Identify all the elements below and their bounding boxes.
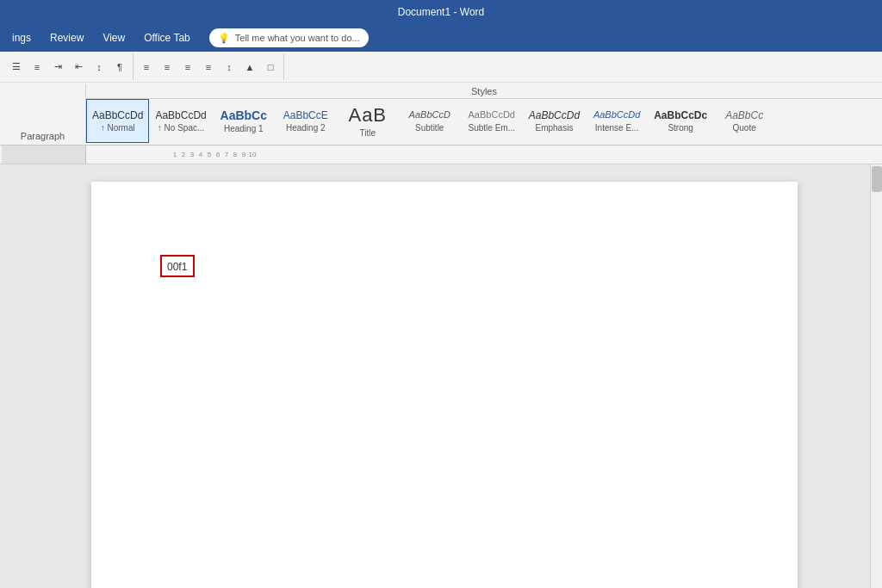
menu-bar: ings Review View Office Tab 💡 Tell me wh…	[0, 24, 882, 52]
tell-me-box[interactable]: 💡 Tell me what you want to do...	[209, 28, 369, 47]
style-strong-preview: AaBbCcDc	[654, 109, 707, 121]
style-normal[interactable]: AaBbCcDd ↑ Normal	[86, 99, 149, 143]
cursor-text: 00f1	[167, 261, 187, 273]
menu-item-review[interactable]: Review	[41, 28, 92, 47]
outdent-btn[interactable]: ⇤	[69, 58, 88, 77]
numbered-list-btn[interactable]: ≡	[28, 58, 47, 77]
bullet-list-btn[interactable]: ☰	[7, 58, 26, 77]
style-strong-name: Strong	[668, 123, 693, 133]
vertical-scrollbar[interactable]	[870, 164, 882, 588]
document-area: 00f1	[0, 164, 882, 588]
style-intense-e-preview: AaBbCcDd	[593, 109, 640, 121]
style-quote[interactable]: AaBbCc Quote	[713, 99, 775, 143]
styles-list: AaBbCcDd ↑ Normal AaBbCcDd ↑ No Spac... …	[86, 99, 882, 143]
style-subtle-em-name: Subtle Em...	[469, 123, 515, 133]
styles-label: Styles	[86, 84, 882, 99]
lightbulb-icon: 💡	[218, 33, 230, 44]
style-no-space-name: ↑ No Spac...	[158, 123, 204, 133]
style-strong[interactable]: AaBbCcDc Strong	[648, 99, 713, 143]
title-bar: Document1 - Word	[0, 0, 882, 24]
align-justify-btn[interactable]: ≡	[199, 58, 218, 77]
style-quote-name: Quote	[733, 123, 756, 133]
style-title[interactable]: AaB Title	[337, 99, 399, 143]
toolbar-group-align: ≡ ≡ ≡ ≡ ↕ ▲ □	[134, 53, 284, 80]
style-normal-preview: AaBbCcDd	[92, 109, 143, 121]
style-subtle-em-preview: AaBbCcDd	[469, 109, 515, 121]
style-subtle-em[interactable]: AaBbCcDd Subtle Em...	[461, 99, 523, 143]
style-intense-e[interactable]: AaBbCcDd Intense E...	[586, 99, 648, 143]
toolbar-row: ☰ ≡ ⇥ ⇤ ↕ ¶ ≡ ≡ ≡ ≡ ↕ ▲ □	[0, 52, 882, 83]
style-subtitle-name: Subtitle	[415, 123, 444, 133]
style-h2-name: Heading 2	[286, 123, 326, 133]
sort-btn[interactable]: ↕	[90, 58, 109, 77]
ruler-inner: 1 2 3 4 5 6 7 8 9 10	[171, 151, 257, 158]
shading-btn[interactable]: ▲	[240, 58, 259, 77]
page[interactable]: 00f1	[91, 182, 798, 588]
styles-row: Paragraph Styles AaBbCcDd ↑ Normal AaBbC…	[0, 83, 882, 145]
style-normal-name: ↑ Normal	[101, 123, 135, 133]
style-heading1[interactable]: AaBbCc Heading 1	[213, 99, 275, 143]
paragraph-section: Paragraph	[0, 84, 86, 143]
line-spacing-btn[interactable]: ↕	[220, 58, 239, 77]
style-emphasis-preview: AaBbCcDd	[529, 109, 580, 121]
style-h2-preview: AaBbCcE	[283, 109, 328, 121]
paragraph-label: Paragraph	[21, 131, 65, 141]
style-h1-preview: AaBbCc	[220, 108, 267, 123]
menu-item-ings[interactable]: ings	[3, 28, 40, 47]
tell-me-text: Tell me what you want to do...	[235, 33, 360, 43]
menu-item-view[interactable]: View	[94, 28, 134, 47]
ribbon: ☰ ≡ ⇥ ⇤ ↕ ¶ ≡ ≡ ≡ ≡ ↕ ▲ □ Paragraph Styl…	[0, 52, 882, 145]
style-title-name: Title	[359, 128, 376, 138]
toolbar-group-paragraph: ☰ ≡ ⇥ ⇤ ↕ ¶	[3, 53, 134, 80]
style-title-preview: AaB	[348, 104, 387, 127]
borders-btn[interactable]: □	[261, 58, 280, 77]
style-h1-name: Heading 1	[224, 124, 264, 133]
align-center-btn[interactable]: ≡	[158, 58, 177, 77]
style-subtitle-preview: AaBbCcD	[409, 109, 450, 121]
ruler: 1 2 3 4 5 6 7 8 9 10	[0, 145, 882, 164]
style-emphasis-name: Emphasis	[535, 123, 573, 133]
style-no-space-preview: AaBbCcDd	[155, 109, 206, 121]
title-text: Document1 - Word	[398, 6, 484, 18]
align-right-btn[interactable]: ≡	[178, 58, 197, 77]
align-left-btn[interactable]: ≡	[137, 58, 156, 77]
style-no-space[interactable]: AaBbCcDd ↑ No Spac...	[149, 99, 212, 143]
menu-item-office-tab[interactable]: Office Tab	[135, 28, 199, 47]
style-intense-e-name: Intense E...	[595, 123, 639, 133]
scrollbar-thumb[interactable]	[872, 166, 882, 192]
indent-btn[interactable]: ⇥	[48, 58, 67, 77]
style-emphasis[interactable]: AaBbCcDd Emphasis	[523, 99, 586, 143]
style-subtitle[interactable]: AaBbCcD Subtitle	[399, 99, 461, 143]
text-cursor-box[interactable]: 00f1	[160, 255, 195, 277]
style-heading2[interactable]: AaBbCcE Heading 2	[275, 99, 337, 143]
left-margin	[84, 182, 91, 588]
style-quote-preview: AaBbCc	[725, 109, 763, 121]
styles-section: Styles AaBbCcDd ↑ Normal AaBbCcDd ↑ No S…	[86, 84, 882, 143]
pilcrow-btn[interactable]: ¶	[110, 58, 129, 77]
